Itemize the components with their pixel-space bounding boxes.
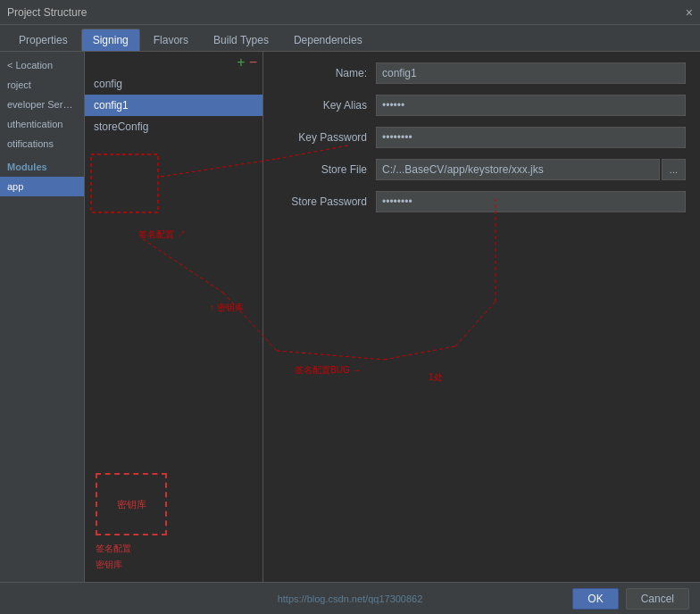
form-input-wrapper-store-file: ... <box>376 159 686 180</box>
sidebar-item-app[interactable]: app <box>0 177 84 196</box>
form-label-name: Name: <box>278 67 376 79</box>
form-label-key-password: Key Password <box>278 131 376 144</box>
sidebar-item-location[interactable]: < Location <box>0 55 84 75</box>
form-row-key-password: Key Password <box>278 127 686 148</box>
sidebar: < Locationrojecteveloper Servi...uthenti… <box>0 52 85 582</box>
tab-bar: PropertiesSigningFlavorsBuild TypesDepen… <box>0 25 700 52</box>
title-bar-title: Project Structure <box>7 6 87 19</box>
form-input-name[interactable] <box>376 62 686 84</box>
form-label-key-alias: Key Alias <box>278 99 376 112</box>
form-input-key-password[interactable] <box>376 127 686 148</box>
bottom-bar: https://blog.csdn.net/qq17300862 OK Canc… <box>0 582 700 614</box>
sidebar-item-developer-services[interactable]: eveloper Servi... <box>0 95 84 114</box>
sidebar-item-authentication[interactable]: uthentication <box>0 114 84 134</box>
tab-properties[interactable]: Properties <box>7 29 79 51</box>
annotation-text2: 密钥库 <box>96 559 252 571</box>
config-list-item[interactable]: config1 <box>85 95 262 116</box>
form-row-store-password: Store Password <box>278 191 686 212</box>
form-panel: Name:Key AliasKey PasswordStore File...S… <box>263 52 700 582</box>
form-row-key-alias: Key Alias <box>278 95 686 116</box>
config-list: configconfig1storeConfig <box>85 73 262 462</box>
config-list-item[interactable]: config <box>85 73 262 95</box>
remove-config-button[interactable]: − <box>249 55 257 70</box>
form-row-store-file: Store File... <box>278 159 686 180</box>
form-input-store-file[interactable] <box>376 159 660 180</box>
form-label-store-password: Store Password <box>278 195 376 208</box>
tab-signing[interactable]: Signing <box>81 29 140 51</box>
list-panel: + − configconfig1storeConfig 密钥库 签名配置 密钥… <box>85 52 263 582</box>
tab-flavors[interactable]: Flavors <box>142 29 200 51</box>
close-button[interactable]: × <box>686 5 693 20</box>
annotation-text1: 签名配置 <box>96 543 252 555</box>
sidebar-item-modules[interactable]: Modules <box>0 157 84 177</box>
list-header: + − <box>85 52 262 73</box>
form-input-store-password[interactable] <box>376 191 686 212</box>
watermark: https://blog.csdn.net/qq17300862 <box>278 593 423 604</box>
tab-build-types[interactable]: Build Types <box>202 29 280 51</box>
sidebar-item-project[interactable]: roject <box>0 75 84 95</box>
config-list-item[interactable]: storeConfig <box>85 116 262 137</box>
signing-preview-box: 密钥库 <box>96 473 167 535</box>
cancel-button[interactable]: Cancel <box>626 588 689 610</box>
tab-dependencies[interactable]: Dependencies <box>282 29 374 51</box>
form-row-name: Name: <box>278 62 686 84</box>
title-bar: Project Structure × <box>0 0 700 25</box>
form-label-store-file: Store File <box>278 163 376 176</box>
browse-button-store-file[interactable]: ... <box>662 159 686 180</box>
preview-label: 密钥库 <box>117 498 146 511</box>
sidebar-item-notifications[interactable]: otifications <box>0 134 84 154</box>
form-input-key-alias[interactable] <box>376 95 686 116</box>
add-config-button[interactable]: + <box>237 55 245 70</box>
ok-button[interactable]: OK <box>572 588 618 610</box>
